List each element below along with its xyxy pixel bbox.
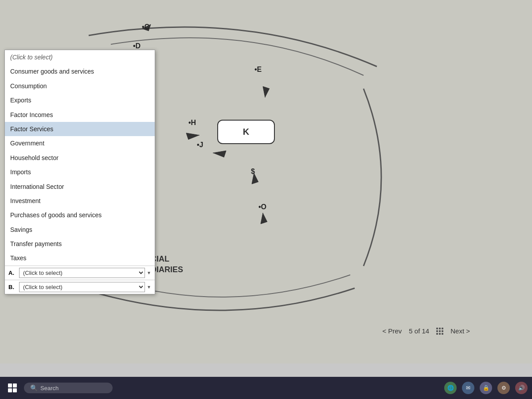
diagram-area: •C •D •E •H •J $ •O K CIAL DIARIES (Clic…	[0, 0, 532, 364]
taskbar-right: 🌐 ✉ 🔒 ⚙ 🔊	[444, 382, 528, 394]
cial-diaries-label: CIAL DIARIES	[151, 254, 183, 275]
label-o: •O	[258, 203, 266, 211]
label-h: •H	[188, 119, 196, 127]
search-text: Search	[40, 385, 59, 391]
svg-rect-5	[13, 388, 17, 392]
label-j: •J	[197, 141, 203, 149]
svg-rect-4	[8, 388, 12, 392]
answer-a-select[interactable]: (Click to select)	[19, 268, 145, 278]
dropdown-item-purchases[interactable]: Purchases of goods and services	[5, 208, 155, 222]
dropdown-item-investment[interactable]: Investment	[5, 194, 155, 208]
start-button[interactable]	[4, 380, 20, 396]
dropdown-item-factor-incomes[interactable]: Factor Incomes	[5, 108, 155, 122]
of-label: of	[415, 327, 420, 335]
dropdown-item-international[interactable]: International Sector	[5, 180, 155, 194]
label-e: •E	[254, 66, 262, 74]
dropdown-item-savings[interactable]: Savings	[5, 223, 155, 237]
dropdown-item-imports[interactable]: Imports	[5, 165, 155, 179]
taskbar-search[interactable]: 🔍 Search	[24, 383, 113, 393]
answer-a-chevron: ▼	[147, 270, 151, 275]
dropdown-item-government[interactable]: Government	[5, 136, 155, 150]
search-icon: 🔍	[30, 384, 38, 391]
dropdown-item-consumer-goods[interactable]: Consumer goods and services	[5, 64, 155, 78]
pagination: < Prev 5 of 14 Next >	[383, 327, 470, 335]
svg-rect-2	[8, 383, 12, 387]
cial-line1: CIAL	[151, 254, 183, 264]
tray-icon-3[interactable]: 🔒	[480, 382, 492, 394]
dropdown-item-household[interactable]: Household sector	[5, 151, 155, 165]
label-dollar: $	[251, 168, 255, 176]
answer-a-label: A.	[8, 270, 17, 276]
prev-button[interactable]: < Prev	[383, 327, 402, 335]
k-box: K	[217, 120, 275, 144]
answer-row-a: A. (Click to select) ▼	[5, 266, 155, 280]
dropdown-item-transfer[interactable]: Transfer payments	[5, 237, 155, 251]
tray-icon-4[interactable]: ⚙	[497, 382, 510, 394]
page-info: 5 of 14	[409, 327, 429, 335]
cial-line2: DIARIES	[151, 265, 183, 275]
current-page: 5	[409, 327, 412, 335]
taskbar: 🔍 Search 🌐 ✉ 🔒 ⚙ 🔊	[0, 377, 532, 399]
label-d: •D	[133, 42, 141, 50]
grid-icon	[436, 328, 443, 335]
tray-icon-5[interactable]: 🔊	[515, 382, 528, 394]
tray-icon-1[interactable]: 🌐	[444, 382, 457, 394]
tray-icon-2[interactable]: ✉	[462, 382, 474, 394]
label-c: •C	[142, 23, 149, 31]
next-button[interactable]: Next >	[450, 327, 470, 335]
dropdown-item-exports[interactable]: Exports	[5, 93, 155, 107]
answer-row-b: B. (Click to select) ▼	[5, 280, 155, 294]
total-pages: 14	[422, 327, 430, 335]
svg-rect-3	[13, 383, 17, 387]
dropdown-item-consumption[interactable]: Consumption	[5, 79, 155, 93]
dropdown-header[interactable]: (Click to select)	[5, 50, 155, 64]
answer-b-chevron: ▼	[147, 285, 151, 289]
answer-b-label: B.	[8, 284, 17, 290]
k-label: K	[243, 127, 249, 137]
dropdown-menu[interactable]: (Click to select) Consumer goods and ser…	[4, 50, 155, 294]
dropdown-item-taxes[interactable]: Taxes	[5, 251, 155, 265]
dropdown-item-factor-services[interactable]: Factor Services	[5, 122, 155, 136]
answer-b-select[interactable]: (Click to select)	[19, 282, 145, 292]
